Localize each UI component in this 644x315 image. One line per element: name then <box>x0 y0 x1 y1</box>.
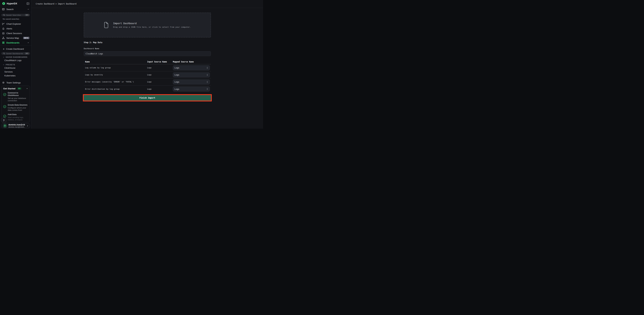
sidebar-item-cloudwatch-logs[interactable]: CloudWatch Logs <box>0 59 32 62</box>
get-started-item-connect[interactable]: Connect to ClickHouse Set up your databa… <box>3 92 28 102</box>
mapped-source-select[interactable]: Logs <box>173 79 210 85</box>
table-row: Logs by severity Logs Logs <box>84 71 211 78</box>
sidebar-item-team-settings[interactable]: Team Settings <box>0 80 32 86</box>
get-started-item-sources[interactable]: Create Data Sources Configure where your… <box>3 104 28 112</box>
team-settings-label: Team Settings <box>6 81 21 84</box>
chevron-up-icon[interactable] <box>27 8 29 11</box>
saved-dashboards-input[interactable] <box>6 53 24 55</box>
search-icon <box>3 14 5 16</box>
get-started-header[interactable]: Get Started 3/3 <box>3 87 28 90</box>
get-started-item-add-data[interactable]: Add Data Start sending logs, metrics, or… <box>3 113 28 121</box>
no-saved-searches-note: No saved searches <box>0 16 32 21</box>
chevron-up-down-icon <box>206 74 208 76</box>
sidebar-item-service-map[interactable]: Service Map BETA <box>0 36 32 40</box>
cmd-k-shortcut: ⌘K <box>25 14 29 16</box>
source-mapping-table: Name Input Source Name Mapped Source Nam… <box>84 60 211 93</box>
get-started-count-badge: 3/3 <box>17 87 22 90</box>
get-started-item-subtitle: Configure where your data comes from <box>8 107 28 112</box>
create-dashboard-button[interactable]: Create Dashboard <box>0 46 32 51</box>
gear-icon <box>2 81 5 84</box>
saved-searches-input[interactable] <box>6 14 24 16</box>
user-email: dominic.tran@clickh... <box>8 126 25 128</box>
column-header-mapped-source: Mapped Source Name <box>173 61 211 63</box>
sidebar-section-search[interactable]: Search <box>0 7 32 12</box>
file-icon <box>104 22 109 28</box>
sidebar-item-alerts[interactable]: Alerts <box>0 26 32 31</box>
chart-name: Logs by severity <box>85 74 147 76</box>
user-texts: dominic.tran@clic... dominic.tran@clickh… <box>8 124 25 128</box>
get-started-item-title: Create Data Sources <box>8 104 28 106</box>
mapped-source-select[interactable]: Logs <box>173 87 210 92</box>
table-header-row: Name Input Source Name Mapped Source Nam… <box>84 60 211 64</box>
table-row: Error messages (severity 'ERROR' or 'FAT… <box>84 78 211 86</box>
mapped-source-value: Logs <box>174 81 206 83</box>
brand[interactable]: HyperDX <box>2 2 17 5</box>
get-started-item-subtitle: Set up your database connection <box>8 97 28 102</box>
table-row: Log volume by log group Logs Logs <box>84 64 211 71</box>
mapped-source-value: Logs <box>174 74 206 76</box>
sidebar-item-label: Chart Explorer <box>6 23 29 25</box>
input-source-name: Logs <box>147 88 173 90</box>
mapped-source-value: Logs <box>174 67 206 69</box>
dashboard-name-label: Dashboard Name <box>84 48 211 50</box>
column-header-name: Name <box>85 61 147 63</box>
json-dropzone[interactable]: Import Dashboard Drag and drop a JSON fi… <box>84 13 211 38</box>
search-icon <box>3 52 5 55</box>
finish-import-button[interactable]: Finish Import <box>84 95 211 101</box>
group-saved-dashboards[interactable]: SAVED DASHBOARDS <box>0 55 32 59</box>
create-dashboard-label: Create Dashboard <box>6 48 24 50</box>
sidebar-item-dashboards[interactable]: Dashboards <box>0 40 32 45</box>
help-button[interactable]: ? <box>1 118 6 123</box>
collapse-panel-icon <box>26 2 29 5</box>
get-started-title: Get Started <box>3 87 16 90</box>
table-row: Error distribution by log group Logs Log… <box>84 86 211 93</box>
sidebar-item-label: Client Sessions <box>6 32 29 35</box>
user-account-card[interactable]: D dominic.tran@clic... dominic.tran@clic… <box>1 123 30 128</box>
cmd-k-shortcut: ⌘K <box>25 52 29 55</box>
chevron-up-icon[interactable] <box>26 88 28 90</box>
user-name: dominic.tran@clic... <box>8 124 25 126</box>
group-presets[interactable]: PRESETS <box>0 62 32 66</box>
sidebar-header: HyperDX <box>0 0 32 7</box>
sidebar-item-services[interactable]: Services <box>0 70 32 74</box>
input-source-name: Logs <box>147 81 173 83</box>
main-area: Create Dashboard > Import Dashboard Impo… <box>32 0 263 129</box>
dropzone-title: Import Dashboard <box>113 22 191 25</box>
sidebar-nav: Chart Explorer Alerts Client Sessions Se… <box>0 22 32 46</box>
input-source-name: Logs <box>147 67 173 69</box>
dashboard-name-input[interactable] <box>84 51 211 56</box>
get-started-panel: Get Started 3/3 Connect to ClickHouse Se… <box>1 86 30 122</box>
saved-searches-search[interactable]: ⌘K <box>1 14 30 16</box>
check-circle-icon <box>3 92 6 102</box>
step-title: Step 2: Map Data <box>84 41 211 44</box>
chart-name: Log volume by log group <box>85 67 147 69</box>
sidebar-item-client-sessions[interactable]: Client Sessions <box>0 31 32 36</box>
get-started-item-title: Connect to ClickHouse <box>8 92 23 97</box>
column-header-input-source: Input Source Name <box>147 61 173 63</box>
sidebar-item-chart-explorer[interactable]: Chart Explorer <box>0 22 32 26</box>
chevron-right-icon <box>26 125 28 127</box>
mapped-source-value: Logs <box>174 88 206 90</box>
hierarchy-icon <box>2 37 5 39</box>
mapped-source-select[interactable]: Logs <box>173 72 210 77</box>
breadcrumb[interactable]: Create Dashboard > Import Dashboard <box>36 3 76 5</box>
mapped-source-select[interactable]: Logs <box>173 65 210 70</box>
sidebar-item-label: Alerts <box>6 27 29 30</box>
chart-name: Error distribution by log group <box>85 88 147 90</box>
group-label: PRESETS <box>6 64 15 66</box>
chevron-up-down-icon <box>206 67 208 69</box>
chevron-up-icon[interactable] <box>27 42 29 44</box>
collapse-sidebar-button[interactable] <box>26 2 29 5</box>
sidebar-item-label: Dashboards <box>6 42 26 44</box>
bell-icon <box>2 27 5 30</box>
sidebar-item-kubernetes[interactable]: Kubernetes <box>0 74 32 78</box>
sidebar-item-label: Service Map <box>6 37 22 39</box>
annotation-highlight: Finish Import <box>83 94 212 101</box>
avatar: D <box>3 124 7 128</box>
search-section-label: Search <box>6 8 26 11</box>
check-circle-icon <box>3 104 6 112</box>
group-label: SAVED DASHBOARDS <box>6 56 28 58</box>
saved-dashboards-search[interactable]: ⌘K <box>1 52 30 55</box>
sidebar-item-clickhouse[interactable]: ClickHouse <box>0 66 32 70</box>
topbar: Create Dashboard > Import Dashboard <box>32 0 263 8</box>
